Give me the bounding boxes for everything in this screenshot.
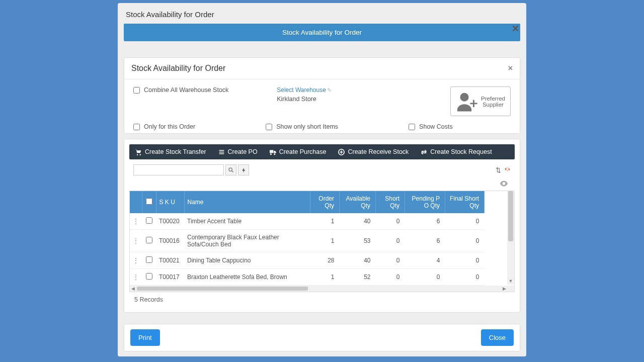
search-icon — [228, 167, 234, 173]
select-warehouse-link[interactable]: Select Warehouse✎ — [277, 86, 332, 94]
cart-icon — [135, 149, 142, 155]
cell-final-short: 0 — [445, 252, 485, 269]
print-button[interactable]: Print — [130, 329, 160, 346]
horizontal-scrollbar[interactable]: ◀ ▶ — [130, 286, 514, 292]
sort-button[interactable]: ⇅ — [496, 166, 501, 174]
cell-avail-qty: 53 — [340, 230, 376, 252]
row-checkbox[interactable] — [146, 237, 152, 243]
cell-order-qty: 28 — [310, 252, 340, 269]
hscroll-left-arrow[interactable]: ◀ — [130, 286, 136, 292]
only-this-order-input[interactable] — [133, 124, 140, 130]
cell-name: Dining Table Cappucino — [184, 252, 310, 269]
row-checkbox[interactable] — [146, 273, 152, 280]
col-short-qty[interactable]: Short Qty — [376, 191, 405, 213]
cell-pending-po: 4 — [405, 252, 445, 269]
cell-avail-qty: 40 — [340, 213, 376, 230]
plus-circle-icon — [338, 149, 345, 155]
only-this-order-checkbox[interactable]: Only for this Order — [133, 123, 195, 130]
quick-action-button[interactable] — [238, 164, 249, 175]
panel-close-button[interactable]: × — [508, 64, 513, 73]
show-short-checkbox[interactable]: Show only short Items — [266, 123, 338, 130]
modal-close-button[interactable]: ✕ — [512, 23, 519, 34]
create-receive-stock-button[interactable]: Create Receive Stock — [338, 148, 409, 155]
show-short-input[interactable] — [266, 124, 272, 130]
col-sku[interactable]: S K U — [156, 191, 184, 213]
cell-avail-qty: 52 — [340, 269, 376, 286]
show-costs-checkbox[interactable]: Show Costs — [409, 123, 453, 130]
create-stock-transfer-button[interactable]: Create Stock Transfer — [135, 148, 206, 155]
search-row: ⇅ — [133, 164, 515, 175]
banner: Stock Availability for Order — [124, 24, 520, 41]
grid-header-row: S K U Name Order Qty Available Qty Short… — [130, 191, 485, 213]
cell-order-qty: 1 — [310, 269, 340, 286]
panel-header: Stock Availability for Order × — [124, 58, 520, 79]
table-row[interactable]: ⋮T00020Timber Accent Table140060 — [130, 213, 485, 230]
stock-availability-modal: Stock Availability for Order ✕ Stock Ava… — [118, 3, 526, 356]
col-select-all[interactable] — [142, 191, 156, 213]
bolt-icon — [241, 167, 247, 173]
truck-icon — [270, 149, 276, 155]
vscroll-thumb[interactable] — [508, 191, 513, 241]
table-row[interactable]: ⋮T00016Contemporary Black Faux Leather S… — [130, 230, 485, 252]
exchange-icon — [421, 149, 427, 155]
only-this-order-label: Only for this Order — [144, 123, 195, 130]
row-checkbox[interactable] — [146, 217, 152, 224]
cell-sku: T00020 — [156, 213, 184, 230]
row-menu-button[interactable]: ⋮ — [130, 213, 142, 230]
cell-final-short: 0 — [445, 269, 485, 286]
col-avail-qty[interactable]: Available Qty — [340, 191, 376, 213]
select-all-checkbox[interactable] — [146, 198, 152, 205]
grid-wrapper: S K U Name Order Qty Available Qty Short… — [129, 191, 515, 292]
combine-warehouse-checkbox[interactable]: Combine All Warehouse Stock — [133, 86, 228, 94]
create-purchase-button[interactable]: Create Purchase — [270, 148, 327, 155]
record-count: 5 Records — [129, 292, 515, 307]
cell-name: Braxton Leatherette Sofa Bed, Brown — [184, 269, 310, 286]
visibility-button[interactable] — [500, 179, 508, 188]
row-menu-button[interactable]: ⋮ — [130, 269, 142, 286]
settings-button[interactable] — [504, 165, 511, 174]
cell-name: Contemporary Black Faux Leather Sofa/Cou… — [184, 230, 310, 252]
modal-title: Stock Availability for Order — [118, 3, 526, 24]
stock-grid: S K U Name Order Qty Available Qty Short… — [130, 191, 485, 286]
warehouse-selector: Select Warehouse✎ Kirkland Store — [277, 86, 332, 103]
combine-warehouse-input[interactable] — [133, 87, 140, 94]
cell-final-short: 0 — [445, 230, 485, 252]
preferred-supplier-button[interactable]: Preferred Supplier — [450, 86, 511, 116]
col-menu — [130, 191, 142, 213]
col-pending-po[interactable]: Pending P O Qty — [405, 191, 445, 213]
cell-sku: T00016 — [156, 230, 184, 252]
vertical-scrollbar[interactable]: ▼ — [507, 191, 514, 285]
cell-avail-qty: 40 — [340, 252, 376, 269]
edit-icon: ✎ — [327, 87, 332, 93]
eye-icon — [500, 180, 508, 187]
row-menu-button[interactable]: ⋮ — [130, 230, 142, 252]
col-order-qty[interactable]: Order Qty — [310, 191, 340, 213]
filter-panel: Stock Availability for Order × Combine A… — [124, 57, 520, 134]
cell-final-short: 0 — [445, 213, 485, 230]
action-toolbar: Create Stock Transfer Create PO Create P… — [129, 144, 515, 159]
warehouse-name: Kirkland Store — [277, 96, 332, 103]
row-checkbox[interactable] — [146, 256, 152, 263]
user-plus-icon — [456, 90, 478, 113]
create-stock-request-button[interactable]: Create Stock Request — [421, 148, 492, 155]
create-po-button[interactable]: Create PO — [218, 148, 258, 155]
list-icon — [218, 149, 225, 155]
row-menu-button[interactable]: ⋮ — [130, 252, 142, 269]
col-final-short[interactable]: Final Short Qty — [445, 191, 485, 213]
cell-pending-po: 6 — [405, 230, 445, 252]
cell-pending-po: 6 — [405, 213, 445, 230]
show-costs-input[interactable] — [409, 124, 415, 130]
footer: Print Close — [124, 324, 520, 351]
vscroll-down-arrow[interactable]: ▼ — [507, 278, 514, 285]
hscroll-thumb[interactable] — [137, 287, 308, 291]
table-row[interactable]: ⋮T00021Dining Table Cappucino2840040 — [130, 252, 485, 269]
gear-icon — [504, 166, 511, 172]
col-name[interactable]: Name — [184, 191, 310, 213]
cell-order-qty: 1 — [310, 230, 340, 252]
hscroll-right-arrow[interactable]: ▶ — [501, 286, 507, 292]
search-button[interactable] — [225, 164, 236, 175]
search-input[interactable] — [133, 164, 224, 175]
panel-title: Stock Availability for Order — [131, 64, 225, 73]
table-row[interactable]: ⋮T00017Braxton Leatherette Sofa Bed, Bro… — [130, 269, 485, 286]
close-button[interactable]: Close — [481, 329, 514, 346]
